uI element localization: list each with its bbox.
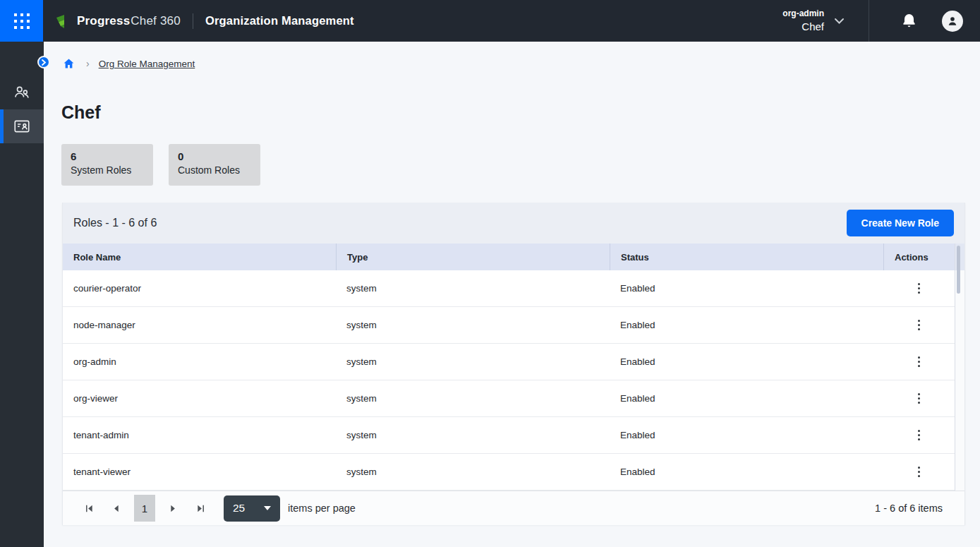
app-grid-icon — [14, 13, 30, 29]
sidebar — [0, 42, 44, 547]
table-row: org-viewer system Enabled — [63, 380, 955, 417]
app-title: Organization Management — [205, 14, 354, 28]
first-page-button[interactable] — [80, 499, 98, 517]
cell-type: system — [336, 454, 610, 490]
cell-status: Enabled — [610, 454, 883, 490]
last-page-button[interactable] — [191, 499, 210, 517]
table-row: node-manager system Enabled — [63, 307, 955, 344]
org-name-label: Chef — [782, 20, 824, 34]
breadcrumb-link-org-role-management[interactable]: Org Role Management — [99, 59, 195, 69]
cell-role-name: org-viewer — [63, 380, 336, 416]
create-new-role-button[interactable]: Create New Role — [847, 210, 954, 236]
bell-icon — [901, 13, 917, 29]
roles-panel-title: Roles - 1 - 6 of 6 — [73, 217, 157, 229]
table-row: tenant-admin system Enabled — [63, 417, 955, 454]
stat-card-system-roles: 6 System Roles — [61, 144, 153, 186]
stat-label: System Roles — [71, 164, 153, 176]
cell-actions — [883, 270, 955, 306]
next-page-button[interactable] — [164, 499, 183, 517]
cell-type: system — [336, 270, 610, 306]
app-launcher-button[interactable] — [0, 0, 43, 42]
table-body: courier-operator system Enabled node-man… — [63, 270, 964, 491]
column-header-actions: Actions — [883, 244, 955, 270]
previous-page-button[interactable] — [107, 499, 125, 517]
cell-role-name: tenant-admin — [63, 417, 336, 453]
table-row: tenant-viewer system Enabled — [63, 454, 955, 491]
role-badge-icon — [13, 117, 31, 136]
prev-page-icon — [111, 504, 120, 513]
header-divider — [869, 0, 869, 42]
org-switcher[interactable]: org-admin Chef — [782, 8, 845, 34]
stat-card-custom-roles: 0 Custom Roles — [169, 144, 260, 186]
breadcrumb: › Org Role Management — [62, 57, 195, 70]
roles-panel: Roles - 1 - 6 of 6 Create New Role Role … — [62, 203, 965, 525]
app-bar-right: org-admin Chef — [782, 0, 980, 42]
roles-table: Role Name Type Status Actions courier-op… — [63, 244, 964, 491]
home-icon — [62, 57, 75, 70]
row-actions-kebab-button[interactable] — [913, 426, 926, 445]
column-header-role-name: Role Name — [63, 244, 336, 270]
app-bar: ProgressChef 360 Organization Management… — [0, 0, 980, 42]
users-icon — [13, 83, 31, 102]
chevron-down-icon — [834, 18, 845, 25]
stat-value: 0 — [178, 150, 260, 163]
main-content: › Org Role Management Chef 6 System Role… — [44, 42, 980, 547]
org-role-label: org-admin — [782, 8, 824, 18]
org-account-block: org-admin Chef — [782, 8, 824, 34]
last-page-icon — [196, 504, 205, 513]
breadcrumb-separator-icon: › — [86, 58, 90, 69]
cell-role-name: tenant-viewer — [63, 454, 336, 490]
cell-status: Enabled — [610, 344, 883, 380]
table-scrollbar[interactable] — [955, 244, 964, 491]
scrollbar-thumb[interactable] — [957, 246, 960, 294]
row-actions-kebab-button[interactable] — [913, 390, 926, 408]
brand-name: ProgressChef 360 — [77, 14, 181, 28]
first-page-icon — [85, 504, 94, 513]
sidebar-item-org-roles[interactable] — [0, 109, 44, 143]
sidebar-item-users[interactable] — [0, 76, 44, 109]
cell-actions — [883, 344, 955, 380]
user-avatar-button[interactable] — [942, 11, 963, 32]
table-row: courier-operator system Enabled — [63, 270, 955, 307]
column-header-status: Status — [610, 244, 883, 270]
row-actions-kebab-button[interactable] — [913, 279, 926, 298]
stat-cards: 6 System Roles 0 Custom Roles — [61, 144, 260, 186]
page-size-value: 25 — [233, 502, 245, 515]
cell-status: Enabled — [610, 307, 883, 343]
page-title: Chef — [61, 102, 101, 123]
pagination-range-label: 1 - 6 of 6 items — [875, 503, 943, 514]
row-actions-kebab-button[interactable] — [913, 316, 926, 335]
cell-actions — [883, 454, 955, 490]
pagination-bar: 1 25 items per page 1 - 6 of 6 items — [63, 491, 964, 525]
items-per-page-label: items per page — [288, 503, 356, 514]
cell-actions — [883, 380, 955, 416]
column-header-type: Type — [336, 244, 610, 270]
current-page-button[interactable]: 1 — [134, 495, 155, 522]
notifications-button[interactable] — [901, 13, 917, 29]
table-header-row: Role Name Type Status Actions — [63, 244, 955, 270]
cell-role-name: courier-operator — [63, 270, 336, 306]
stat-label: Custom Roles — [178, 164, 260, 176]
header-divider — [193, 13, 193, 29]
row-actions-kebab-button[interactable] — [913, 353, 926, 371]
cell-status: Enabled — [610, 270, 883, 306]
table-row: org-admin system Enabled — [63, 344, 955, 380]
roles-panel-header: Roles - 1 - 6 of 6 Create New Role — [63, 203, 964, 244]
person-icon — [945, 14, 960, 28]
chevron-right-icon — [41, 59, 47, 66]
stat-value: 6 — [71, 150, 153, 163]
sidebar-expand-button[interactable] — [37, 56, 50, 68]
cell-actions — [883, 417, 955, 453]
cell-type: system — [336, 380, 610, 416]
page-size-select[interactable]: 25 — [224, 495, 280, 522]
cell-type: system — [336, 344, 610, 380]
next-page-icon — [169, 504, 178, 513]
caret-down-icon — [264, 506, 271, 510]
progress-logo-icon — [55, 13, 72, 30]
cell-type: system — [336, 417, 610, 453]
cell-actions — [883, 307, 955, 343]
breadcrumb-home-link[interactable] — [62, 57, 75, 70]
brand-logo: ProgressChef 360 — [55, 13, 181, 30]
row-actions-kebab-button[interactable] — [913, 463, 926, 481]
cell-status: Enabled — [610, 380, 883, 416]
